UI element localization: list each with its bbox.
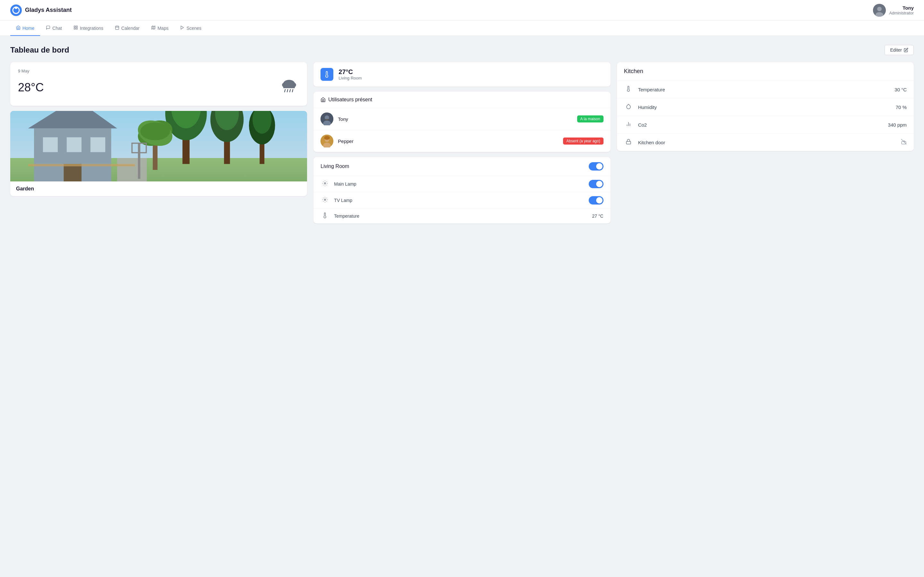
kitchen-door-status-icon <box>901 139 907 146</box>
device-row-main-lamp: Main Lamp <box>313 176 610 192</box>
nav-label-scenes: Scenes <box>186 26 202 31</box>
svg-point-0 <box>10 5 22 16</box>
nav-label-home: Home <box>23 26 34 31</box>
nav-item-maps[interactable]: Maps <box>145 21 174 36</box>
chat-icon <box>46 25 50 31</box>
kitchen-row-door: Kitchen door <box>617 134 914 151</box>
svg-rect-47 <box>117 158 147 181</box>
svg-point-46 <box>140 122 170 140</box>
main-lamp-toggle[interactable] <box>589 180 604 188</box>
kitchen-humidity-value: 70 % <box>896 105 907 110</box>
tv-lamp-icon <box>320 197 330 204</box>
logo-icon <box>10 5 22 16</box>
svg-rect-31 <box>67 137 81 152</box>
svg-point-59 <box>325 183 326 184</box>
svg-point-4 <box>877 7 882 11</box>
garden-label: Garden <box>10 181 307 196</box>
nav-label-maps: Maps <box>158 26 168 31</box>
user-name: Tony <box>889 5 914 11</box>
nav-item-integrations[interactable]: Integrations <box>68 21 109 36</box>
avatar-pepper <box>320 135 333 147</box>
weather-main: 28°C <box>18 75 299 99</box>
user-name-tony: Tony <box>338 116 572 122</box>
kitchen-door-label: Kitchen door <box>638 140 896 145</box>
kitchen-co2-value: 340 ppm <box>888 122 907 127</box>
kitchen-row-co2: Co2 340 ppm <box>617 116 914 134</box>
svg-rect-64 <box>626 141 631 144</box>
user-name-pepper: Pepper <box>338 139 559 144</box>
svg-point-2 <box>15 6 17 9</box>
garden-card: Garden <box>10 111 307 196</box>
logo-area: Gladys Assistant <box>10 5 71 16</box>
home-icon <box>16 25 21 31</box>
integrations-icon <box>73 25 78 31</box>
nav-item-home[interactable]: Home <box>10 21 40 36</box>
nav-item-calendar[interactable]: Calendar <box>109 21 145 36</box>
home-users-icon <box>320 97 326 102</box>
avatar <box>873 4 886 17</box>
kitchen-co2-icon <box>624 121 633 128</box>
user-area[interactable]: Tony Administrator <box>873 4 914 17</box>
svg-rect-49 <box>138 143 140 179</box>
tv-lamp-toggle[interactable] <box>589 196 604 205</box>
nav-label-chat: Chat <box>52 26 62 31</box>
page-title: Tableau de bord <box>10 45 69 55</box>
living-room-temp-card: 27°C Living Room <box>313 62 610 87</box>
tv-lamp-label: TV Lamp <box>334 198 584 203</box>
users-header: Utilisateurs présent <box>313 92 610 108</box>
svg-line-25 <box>292 89 293 92</box>
room-main-toggle[interactable] <box>589 162 604 171</box>
user-status-tony: A la maison <box>577 115 604 122</box>
maps-icon <box>151 25 156 31</box>
nav-item-chat[interactable]: Chat <box>40 21 68 36</box>
room-temp-label: Temperature <box>334 213 588 219</box>
room-title: Living Room <box>320 163 349 169</box>
svg-marker-14 <box>152 26 155 29</box>
kitchen-temp-label: Temperature <box>638 87 890 92</box>
kitchen-humidity-label: Humidity <box>638 105 891 110</box>
users-header-label: Utilisateurs présent <box>328 97 372 103</box>
svg-line-24 <box>290 89 290 92</box>
garden-image <box>10 111 307 181</box>
kitchen-temp-icon <box>624 86 633 93</box>
avatar-tony <box>320 113 333 125</box>
svg-rect-7 <box>76 26 78 27</box>
nav-label-integrations: Integrations <box>80 26 103 31</box>
edit-button[interactable]: Editer <box>885 45 914 55</box>
main-lamp-label: Main Lamp <box>334 181 584 187</box>
kitchen-card: Kitchen Temperature 30 °C <box>617 62 914 151</box>
left-column: 9 May 28°C <box>10 62 307 196</box>
room-temp-value: 27 °C <box>592 213 603 219</box>
svg-rect-21 <box>283 85 295 88</box>
page-header: Tableau de bord Editer <box>10 45 914 55</box>
device-row-tv-lamp: TV Lamp <box>313 192 610 209</box>
living-room-card: Living Room Main Lamp <box>313 157 610 223</box>
user-status-pepper: Absent (a year ago) <box>563 137 603 145</box>
svg-rect-30 <box>43 137 58 152</box>
kitchen-header: Kitchen <box>617 62 914 81</box>
svg-point-58 <box>324 136 330 140</box>
svg-rect-10 <box>115 26 119 29</box>
svg-rect-9 <box>74 28 75 29</box>
lamp-icon <box>320 181 330 187</box>
weather-card: 9 May 28°C <box>10 62 307 106</box>
nav-item-scenes[interactable]: Scenes <box>174 21 207 36</box>
svg-rect-32 <box>90 137 105 152</box>
weather-temp: 28°C <box>18 81 44 94</box>
svg-rect-6 <box>74 26 75 27</box>
scenes-icon <box>180 25 184 31</box>
nav-label-calendar: Calendar <box>121 26 140 31</box>
edit-icon <box>904 48 908 52</box>
middle-column: 27°C Living Room Utilisateurs présent <box>313 62 610 223</box>
user-row-pepper: Pepper Absent (a year ago) <box>313 130 610 152</box>
dashboard-grid: 9 May 28°C <box>10 62 914 223</box>
users-present-card: Utilisateurs présent Tony A l <box>313 92 610 152</box>
temp-info: 27°C Living Room <box>338 68 362 81</box>
svg-rect-54 <box>325 119 329 121</box>
kitchen-door-icon <box>624 139 633 146</box>
temp-location: Living Room <box>338 76 362 81</box>
weather-icon <box>279 75 299 99</box>
svg-rect-48 <box>28 164 135 166</box>
svg-rect-33 <box>64 164 82 181</box>
room-temp-icon <box>320 213 330 219</box>
